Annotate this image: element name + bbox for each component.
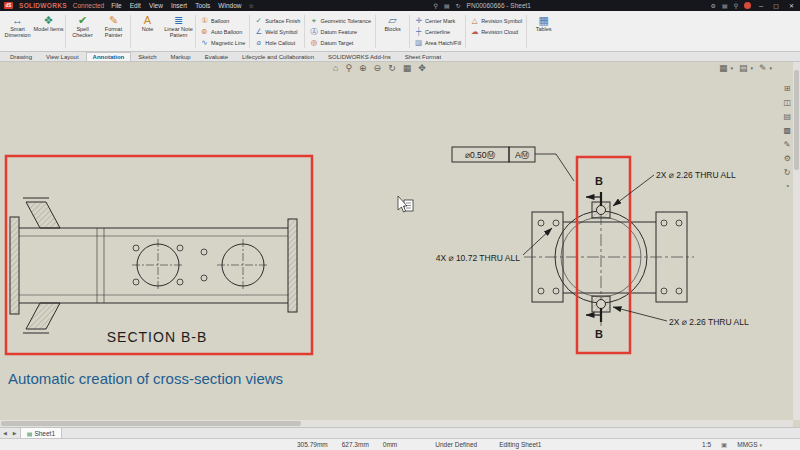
balloon-button[interactable]: ① Balloon	[200, 15, 245, 26]
weld-symbol-button[interactable]: ∠ Weld Symbol	[254, 26, 300, 37]
tab-markup[interactable]: Markup	[164, 52, 198, 61]
hole-callout-top[interactable]: 2X ⌀ 2.26 THRU ALL	[656, 170, 736, 180]
tab-sheet-format[interactable]: Sheet Format	[398, 52, 448, 61]
section-view-b-b[interactable]	[10, 198, 297, 333]
area-hatch-button[interactable]: ▨ Area Hatch/Fill	[414, 37, 461, 48]
markup-pen-icon[interactable]: ✎	[759, 63, 767, 73]
grid-settings-icon[interactable]: ▦	[719, 63, 728, 73]
zoom-to-area-icon[interactable]: ⚲	[345, 63, 352, 73]
zoom-out-icon[interactable]: ⊖	[374, 63, 382, 73]
settings-icon[interactable]: ⚙	[784, 154, 791, 163]
task-pane-icon[interactable]: ▤	[783, 112, 791, 121]
settings-icon[interactable]: ⚙	[711, 2, 716, 9]
search-icon[interactable]: ⚲	[434, 2, 438, 9]
menu-tools[interactable]: Tools	[194, 2, 211, 9]
horizontal-scrollbar-thumb[interactable]	[1, 421, 301, 426]
datum-target-button[interactable]: ◎ Datum Target	[309, 37, 371, 48]
geometric-tolerance-label: Geometric Tolerance	[320, 18, 371, 24]
previous-sheet-icon[interactable]: ◀	[0, 430, 10, 436]
vertical-scrollbar[interactable]	[793, 62, 800, 420]
datum-target-label: Datum Target	[320, 40, 353, 46]
graphics-area[interactable]: SECTION B-B	[0, 62, 800, 427]
centerline-button[interactable]: ┼ Centerline	[414, 26, 461, 37]
hole-callout-bottom[interactable]: 2X ⌀ 2.26 THRU ALL	[669, 317, 749, 327]
center-mark-button[interactable]: ✛ Center Mark	[414, 15, 461, 26]
menu-file[interactable]: File	[110, 2, 122, 9]
hole-callout-left[interactable]: 4X ⌀ 10.72 THRU ALL	[436, 253, 521, 263]
tab-sketch[interactable]: Sketch	[131, 52, 163, 61]
appearance-icon[interactable]: ▩	[783, 126, 791, 135]
highlight-box-section-view	[6, 156, 312, 354]
format-painter-button[interactable]: ✎ Format Painter	[98, 13, 129, 50]
view-settings-icon[interactable]: ▦	[403, 63, 412, 73]
magnetic-line-icon: ∿	[200, 38, 209, 47]
reload-icon[interactable]: ↻	[784, 168, 791, 177]
menu-window[interactable]: Window	[217, 2, 242, 9]
blocks-icon: ▱	[388, 14, 396, 26]
user-avatar[interactable]	[744, 2, 751, 9]
chevron-down-icon: ▾	[730, 65, 733, 71]
zoom-to-fit-icon[interactable]: ⌂	[333, 63, 338, 73]
rebuild-icon[interactable]: ↻	[456, 2, 461, 9]
status-grid-icon[interactable]: ▣	[721, 441, 727, 449]
hole-callout-label: Hole Callout	[265, 40, 295, 46]
tab-view-layout[interactable]: View Layout	[39, 52, 86, 61]
pan-icon[interactable]: ✥	[418, 63, 426, 73]
maximize-button[interactable]: ▢	[771, 2, 781, 9]
sheet-format-icon[interactable]: ▤	[739, 63, 748, 73]
magnetic-line-button[interactable]: ∿ Magnetic Line	[200, 37, 245, 48]
menu-insert[interactable]: Insert	[170, 2, 188, 9]
help-search-icon[interactable]: ⚲	[734, 2, 738, 9]
note-button[interactable]: A Note	[132, 13, 163, 50]
hole-callout-icon: ⌀	[254, 38, 263, 47]
center-mark-label: Center Mark	[425, 18, 455, 24]
minimize-button[interactable]: ─	[757, 3, 765, 9]
next-sheet-icon[interactable]: ▶	[10, 430, 20, 436]
blocks-label: Blocks	[384, 26, 400, 32]
sheet-tab-sheet1[interactable]: ▤ Sheet1	[20, 428, 62, 438]
menu-edit[interactable]: Edit	[129, 2, 142, 9]
horizontal-scrollbar[interactable]	[0, 420, 793, 427]
editing-status: Editing Sheet1	[499, 441, 541, 448]
revision-cloud-button[interactable]: ☁ Revision Cloud	[470, 26, 522, 37]
zoom-in-icon[interactable]: ⊕	[359, 63, 367, 73]
datum-feature-button[interactable]: Ⓐ Datum Feature	[309, 26, 371, 37]
surface-finish-button[interactable]: ✓ Surface Finish	[254, 15, 300, 26]
command-manager-tabs: Drawing View Layout Annotation Sketch Ma…	[0, 52, 800, 62]
unit-system[interactable]: MMGS	[737, 441, 757, 448]
add-sheet-icon[interactable]: ⊞	[784, 84, 791, 93]
auto-balloon-button[interactable]: ⊚ Auto Balloon	[200, 26, 245, 37]
tab-solidworks-add-ins[interactable]: SOLIDWORKS Add-Ins	[321, 52, 398, 61]
sheet-properties-icon[interactable]: ▤	[444, 2, 450, 9]
hole-callout-button[interactable]: ⌀ Hole Callout	[254, 37, 300, 48]
sheet-scale[interactable]: 1:5	[702, 441, 711, 448]
view-palette-icon[interactable]: ◫	[783, 98, 791, 107]
smart-dimension-button[interactable]: ↔ Smart Dimension	[2, 13, 33, 50]
geometric-tolerance-button[interactable]: ⌖ Geometric Tolerance	[309, 15, 371, 26]
parent-view[interactable]	[524, 192, 694, 326]
tab-annotation[interactable]: Annotation	[86, 52, 132, 61]
custom-properties-icon[interactable]: ✎	[784, 140, 791, 149]
geometric-tolerance-icon: ⌖	[309, 16, 318, 26]
linear-note-pattern-label: Linear Note Pattern	[163, 26, 194, 39]
vertical-scrollbar-thumb[interactable]	[794, 70, 799, 170]
task-pane-icon[interactable]: ▤	[722, 2, 728, 9]
blocks-button[interactable]: ▱ Blocks	[377, 13, 408, 50]
tab-evaluate[interactable]: Evaluate	[198, 52, 235, 61]
tables-button[interactable]: ▦ Tables	[528, 13, 559, 50]
linear-note-pattern-button[interactable]: ≣ Linear Note Pattern	[163, 13, 194, 50]
chevron-down-icon: ▾	[750, 65, 753, 71]
close-button[interactable]: ✕	[787, 2, 796, 9]
model-items-button[interactable]: ❖ Model Items	[33, 13, 64, 50]
rotate-view-icon[interactable]: ↻	[388, 63, 396, 73]
tab-lifecycle-collaboration[interactable]: Lifecycle and Collaboration	[235, 52, 321, 61]
recent-docs-icon[interactable]: ◔	[785, 182, 790, 191]
menu-view[interactable]: View	[148, 2, 164, 9]
revision-cloud-icon: ☁	[470, 27, 479, 36]
spell-checker-button[interactable]: ✔ Spell Checker	[67, 13, 98, 50]
tab-drawing[interactable]: Drawing	[3, 52, 39, 61]
revision-symbol-button[interactable]: △ Revision Symbol	[470, 15, 522, 26]
auto-balloon-label: Auto Balloon	[211, 29, 242, 35]
pin-menu-icon[interactable]: ☆	[248, 2, 253, 9]
smart-dimension-label: Smart Dimension	[2, 26, 33, 39]
